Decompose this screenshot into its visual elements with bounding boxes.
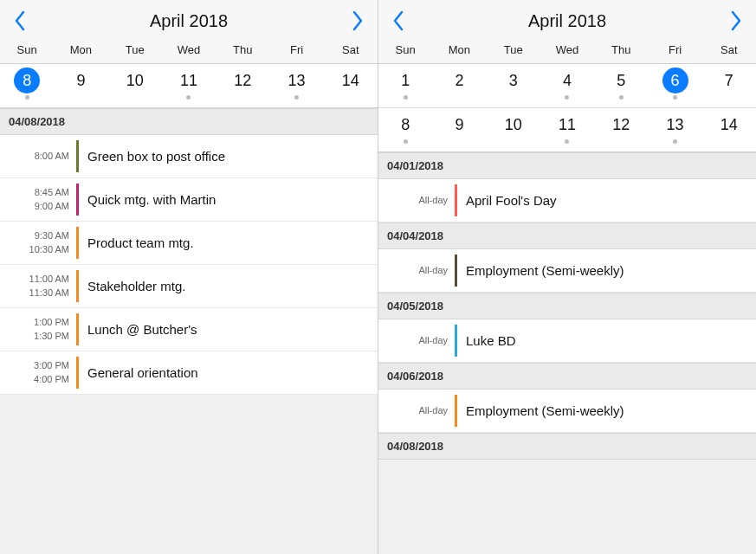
event-row[interactable]: 9:30 AM10:30 AMProduct team mtg.: [0, 222, 378, 265]
day-number: 7: [716, 68, 742, 93]
weekday-label: Wed: [540, 43, 594, 56]
day-cell[interactable]: 6: [648, 64, 701, 107]
day-number: 3: [501, 68, 527, 93]
event-row[interactable]: All-dayApril Fool's Day: [378, 179, 756, 222]
weekday-label: Tue: [108, 43, 162, 56]
day-cell[interactable]: 8: [0, 64, 54, 107]
day-cell[interactable]: 1: [378, 64, 432, 107]
event-title: April Fool's Day: [457, 179, 756, 222]
section-date-header: 04/01/2018: [378, 152, 756, 179]
event-time: 11:00 AM11:30 AM: [0, 265, 76, 307]
event-dot: [404, 95, 408, 100]
event-row[interactable]: All-dayEmployment (Semi-weekly): [378, 249, 756, 293]
event-end-time: 9:00 AM: [35, 200, 69, 213]
event-title: Employment (Semi-weekly): [457, 390, 756, 432]
event-row[interactable]: All-dayLuke BD: [378, 319, 756, 363]
event-time: All-day: [378, 319, 455, 362]
weekday-label: Thu: [594, 43, 648, 56]
day-number: 12: [608, 112, 634, 138]
calendar-pane-right: April 2018SunMonTueWedThuFriSat123456789…: [378, 0, 756, 554]
calendar-pane-left: April 2018SunMonTueWedThuFriSat891011121…: [0, 0, 378, 554]
week-row: 891011121314: [378, 108, 756, 151]
event-title: Lunch @ Butcher's: [79, 308, 378, 351]
next-month-button[interactable]: [350, 9, 365, 33]
week-row: 1234567: [378, 64, 756, 108]
day-number: 12: [229, 68, 255, 93]
prev-month-button[interactable]: [12, 9, 28, 33]
weekday-label: Fri: [269, 43, 323, 56]
event-title: General orientation: [79, 351, 378, 394]
event-dot: [673, 139, 677, 144]
event-row[interactable]: 8:00 AMGreen box to post office: [0, 135, 378, 178]
event-time: 8:00 AM: [0, 135, 76, 177]
event-dot: [673, 95, 677, 100]
weekday-label: Fri: [648, 43, 701, 56]
day-number: 10: [122, 68, 148, 93]
event-start-time: All-day: [418, 194, 448, 207]
day-cell[interactable]: 7: [702, 64, 756, 107]
app-container: April 2018SunMonTueWedThuFriSat891011121…: [0, 0, 756, 554]
event-start-time: 8:45 AM: [35, 186, 69, 199]
day-number: 13: [284, 68, 310, 93]
event-end-time: 4:00 PM: [34, 373, 69, 386]
event-start-time: All-day: [418, 264, 448, 277]
event-end-time: 1:30 PM: [34, 330, 69, 343]
day-number: 1: [392, 68, 418, 93]
event-row[interactable]: All-dayEmployment (Semi-weekly): [378, 390, 756, 433]
agenda-list[interactable]: 04/08/20188:00 AMGreen box to post offic…: [0, 108, 378, 554]
day-cell[interactable]: 8: [378, 108, 432, 151]
day-cell[interactable]: 11: [540, 108, 594, 151]
day-number: 13: [662, 112, 688, 138]
day-cell[interactable]: 10: [108, 64, 162, 107]
section-date-header: 04/05/2018: [378, 293, 756, 319]
event-dot: [565, 95, 569, 100]
event-start-time: 9:30 AM: [35, 229, 69, 242]
day-number: 8: [14, 68, 40, 93]
day-cell[interactable]: 12: [594, 108, 648, 151]
day-number: 5: [608, 68, 634, 93]
day-cell[interactable]: 9: [54, 64, 107, 107]
event-time: 1:00 PM1:30 PM: [0, 308, 76, 351]
event-start-time: 8:00 AM: [35, 150, 69, 163]
day-cell[interactable]: 2: [432, 64, 486, 107]
event-start-time: All-day: [418, 334, 448, 347]
section-date-header: 04/04/2018: [378, 222, 756, 249]
day-cell[interactable]: 3: [487, 64, 540, 107]
day-number: 9: [68, 68, 94, 93]
event-dot: [186, 95, 191, 100]
day-number: 14: [338, 68, 364, 93]
event-row[interactable]: 11:00 AM11:30 AMStakeholder mtg.: [0, 265, 378, 308]
event-start-time: All-day: [418, 404, 448, 417]
event-dot: [294, 95, 299, 100]
agenda-list[interactable]: 04/01/2018All-dayApril Fool's Day04/04/2…: [378, 152, 756, 554]
day-cell[interactable]: 14: [324, 64, 378, 107]
event-row[interactable]: 1:00 PM1:30 PMLunch @ Butcher's: [0, 308, 378, 351]
day-number: 2: [446, 68, 472, 93]
event-time: All-day: [378, 249, 455, 292]
section-date-header: 04/06/2018: [378, 363, 756, 390]
prev-month-button[interactable]: [391, 9, 406, 33]
month-header: April 2018: [378, 0, 756, 38]
event-start-time: 1:00 PM: [34, 316, 69, 329]
day-cell[interactable]: 11: [162, 64, 216, 107]
event-row[interactable]: 3:00 PM4:00 PMGeneral orientation: [0, 351, 378, 395]
day-cell[interactable]: 13: [648, 108, 701, 151]
day-cell[interactable]: 14: [702, 108, 756, 151]
week-grid: 1234567891011121314: [378, 63, 756, 152]
day-cell[interactable]: 4: [540, 64, 594, 107]
day-number: 11: [554, 112, 580, 138]
event-time: 8:45 AM9:00 AM: [0, 178, 76, 221]
next-month-button[interactable]: [728, 9, 744, 33]
day-cell[interactable]: 13: [269, 64, 323, 107]
event-time: All-day: [378, 390, 455, 432]
section-date-header: 04/08/2018: [0, 108, 378, 135]
event-time: 9:30 AM10:30 AM: [0, 222, 76, 264]
day-cell[interactable]: 12: [216, 64, 269, 107]
day-cell[interactable]: 9: [432, 108, 486, 151]
event-dot: [25, 95, 29, 100]
weekday-label: Mon: [432, 43, 486, 56]
day-cell[interactable]: 5: [594, 64, 648, 107]
day-cell[interactable]: 10: [487, 108, 540, 151]
section-date-header: 04/08/2018: [378, 433, 756, 460]
event-row[interactable]: 8:45 AM9:00 AMQuick mtg. with Martin: [0, 178, 378, 222]
